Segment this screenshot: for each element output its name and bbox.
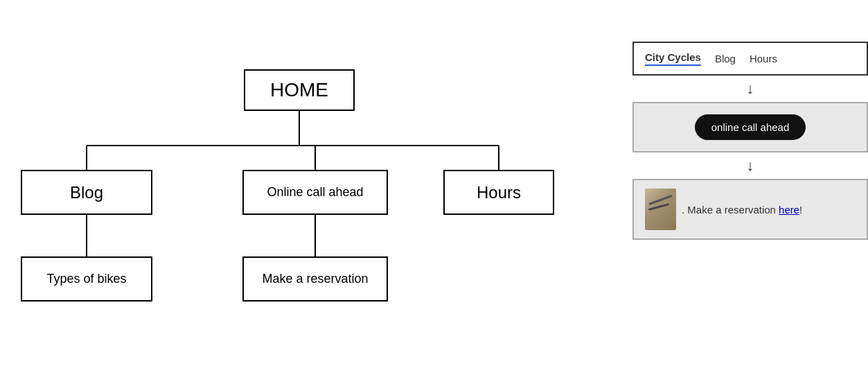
node-online-call-ahead: Online call ahead	[242, 170, 388, 215]
nav-blog: Blog	[715, 53, 736, 64]
ui-navbar: City Cycles Blog Hours	[632, 42, 868, 76]
nav-city-cycles: City Cycles	[645, 51, 701, 66]
ui-banner: online call ahead	[632, 102, 868, 152]
arrow-down-1: ↓	[632, 76, 868, 102]
nav-hours: Hours	[750, 53, 777, 64]
ui-reservation-panel: . Make a reservation here!	[632, 179, 868, 240]
arrow-down-2: ↓	[632, 152, 868, 179]
reservation-image	[645, 189, 676, 230]
node-types-of-bikes: Types of bikes	[21, 256, 152, 302]
reservation-link[interactable]: here	[779, 204, 799, 216]
ui-mockup: City Cycles Blog Hours ↓ online call ahe…	[632, 42, 868, 240]
node-make-reservation: Make a reservation	[242, 256, 388, 302]
node-blog: Blog	[21, 170, 152, 215]
reservation-text: . Make a reservation here!	[682, 204, 802, 216]
tree-diagram: HOME Blog Online call ahead Hours Types …	[0, 0, 568, 384]
node-hours: Hours	[443, 170, 554, 215]
online-call-ahead-pill: online call ahead	[695, 114, 806, 140]
node-home: HOME	[244, 69, 355, 111]
